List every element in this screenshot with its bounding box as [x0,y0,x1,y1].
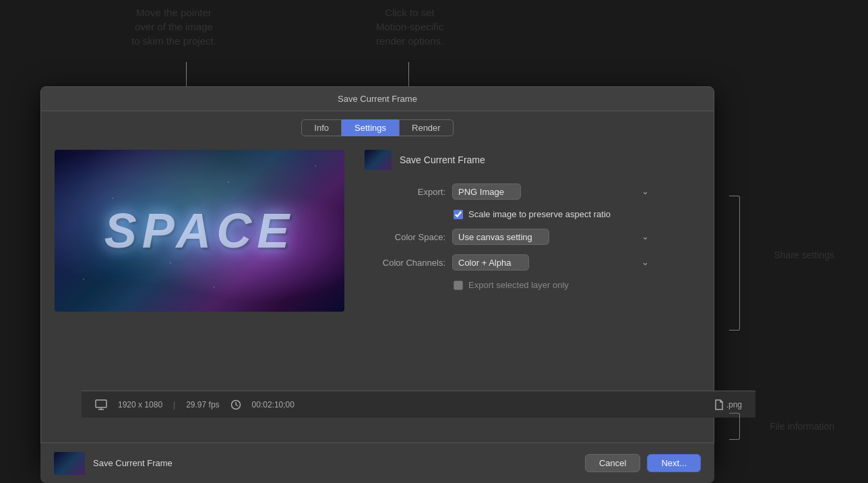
status-left: 1920 x 1080 | 29.97 fps 00:02:10;00 [95,399,294,410]
separator: | [173,400,175,409]
color-channels-select-wrapper: Color + Alpha [452,254,654,271]
save-current-frame-dialog: Save Current Frame Info Settings Render … [40,86,714,464]
color-channels-select[interactable]: Color + Alpha [452,254,529,271]
svg-line-5 [236,405,238,406]
svg-rect-0 [96,400,106,407]
dialog-titlebar: Save Current Frame [41,87,714,111]
color-space-row: Color Space: Use canvas setting [365,229,700,245]
export-label: Export: [365,187,445,197]
right-annotation-line [408,62,409,89]
color-channels-label: Color Channels: [365,258,445,268]
export-selected-label: Export selected layer only [468,280,569,290]
item-header: Save Current Frame [365,150,700,170]
right-annotation-text: Click to set Motion-specific render opti… [376,5,443,48]
timecode-text: 00:02:10;00 [252,400,294,409]
export-select[interactable]: PNG Image [452,183,521,200]
left-annotation-text: Move the pointer over of the image to sk… [131,5,216,48]
export-select-wrapper: PNG Image [452,183,654,200]
export-selected-row: Export selected layer only [454,280,700,290]
bottom-bar: Save Current Frame Cancel Next... [40,443,714,483]
space-text: SPACE [104,203,295,258]
file-info-label: File information [770,421,834,432]
item-name: Save Current Frame [400,154,485,165]
file-info-bracket [729,413,740,440]
scale-checkbox-label: Scale image to preserve aspect ratio [468,209,611,219]
share-settings-bracket [729,196,740,331]
next-button[interactable]: Next... [647,454,701,472]
file-icon [714,399,724,410]
bottom-buttons: Cancel Next... [585,454,701,472]
scale-checkbox-row: Scale image to preserve aspect ratio [454,209,700,219]
monitor-icon [95,399,107,410]
dimensions-text: 1920 x 1080 [118,400,162,409]
color-space-label: Color Space: [365,232,445,242]
export-row: Export: PNG Image [365,183,700,200]
bottom-title: Save Current Frame [93,458,173,468]
clock-icon [230,399,241,410]
file-ext-text: .png [726,400,742,409]
screen-icon [95,399,107,410]
export-selected-checkbox[interactable] [454,281,463,290]
share-settings-label: Share settings [774,250,835,260]
tab-info[interactable]: Info [301,119,342,136]
status-bar: 1920 x 1080 | 29.97 fps 00:02:10;00 .png [82,391,755,418]
left-annotation-line [186,62,187,89]
item-thumbnail [365,150,392,170]
preview-image[interactable]: SPACE [55,150,344,312]
bottom-left: Save Current Frame [54,452,173,475]
color-space-select[interactable]: Use canvas setting [452,229,549,245]
bottom-thumbnail [54,452,85,475]
tab-render[interactable]: Render [399,119,454,136]
tab-bar: Info Settings Render [41,111,714,143]
status-right: .png [714,399,742,410]
color-channels-row: Color Channels: Color + Alpha [365,254,700,271]
cancel-button[interactable]: Cancel [585,454,640,472]
scale-checkbox[interactable] [454,210,463,219]
tab-settings[interactable]: Settings [342,119,399,136]
color-space-select-wrapper: Use canvas setting [452,229,654,245]
dialog-title: Save Current Frame [338,94,417,104]
fps-text: 29.97 fps [186,400,219,409]
